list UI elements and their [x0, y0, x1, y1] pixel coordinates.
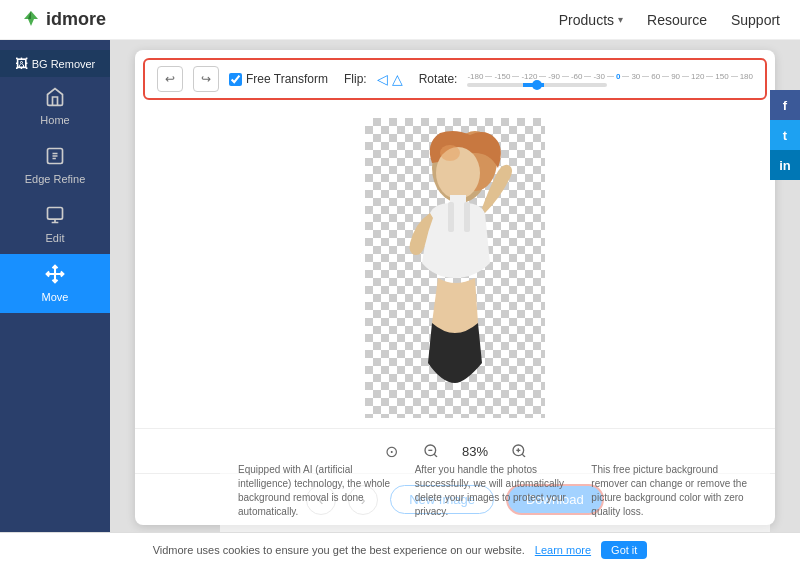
zoom-level: 83% — [457, 444, 493, 459]
resource-label: Resource — [647, 12, 707, 28]
nav: Products ▾ Resource Support — [559, 12, 780, 28]
reset-zoom-button[interactable]: ⊙ — [377, 437, 405, 465]
toolbar: ↩ ↪ Free Transform Flip: ◁ △ Rotate: -18… — [143, 58, 767, 100]
home-icon — [45, 87, 65, 110]
action-bar: ‹ › New Image Download — [135, 473, 775, 525]
nav-support[interactable]: Support — [731, 12, 780, 28]
svg-line-10 — [434, 454, 437, 457]
rotate-scale-labels: -180 -150 -120 -90 -60 -30 0 — [467, 72, 753, 81]
sidebar: 🖼 BG Remover Home Edge Refine Edit Mo — [0, 40, 110, 567]
app-title-text: BG Remover — [32, 58, 96, 70]
rotate-scale-container: -180 -150 -120 -90 -60 -30 0 — [467, 72, 753, 87]
sidebar-item-move[interactable]: Move — [0, 254, 110, 313]
flip-icons-group: ◁ △ — [377, 71, 403, 87]
model-figure — [370, 123, 540, 413]
social-sidebar: f t in — [770, 90, 800, 180]
edge-refine-icon — [45, 146, 65, 169]
free-transform-checkbox[interactable] — [229, 73, 242, 86]
cookie-learn-more[interactable]: Learn more — [535, 544, 591, 556]
logo-text: idmore — [46, 9, 106, 30]
move-icon — [45, 264, 65, 287]
linkedin-button[interactable]: in — [770, 150, 800, 180]
canvas-area — [135, 108, 775, 428]
sidebar-item-edge-refine[interactable]: Edge Refine — [0, 136, 110, 195]
support-label: Support — [731, 12, 780, 28]
free-transform-group: Free Transform — [229, 72, 328, 86]
rotate-label: Rotate: — [419, 72, 458, 86]
rotate-thumb[interactable] — [532, 80, 542, 90]
sidebar-item-edit[interactable]: Edit — [0, 195, 110, 254]
nav-resource[interactable]: Resource — [647, 12, 707, 28]
edit-icon — [45, 205, 65, 228]
nav-products[interactable]: Products ▾ — [559, 12, 623, 28]
rotate-track[interactable] — [467, 83, 607, 87]
free-transform-label[interactable]: Free Transform — [246, 72, 328, 86]
app-title: 🖼 BG Remover — [0, 50, 110, 77]
logo: idmore — [20, 9, 106, 31]
svg-point-8 — [440, 145, 460, 161]
flip-label: Flip: — [344, 72, 367, 86]
cookie-accept-button[interactable]: Got it — [601, 541, 647, 559]
header: idmore Products ▾ Resource Support — [0, 0, 800, 40]
undo-button[interactable]: ↩ — [157, 66, 183, 92]
image-frame — [365, 118, 545, 418]
zoom-in-button[interactable] — [505, 437, 533, 465]
svg-rect-7 — [464, 202, 470, 232]
flip-vertical-icon[interactable]: △ — [392, 71, 403, 87]
facebook-button[interactable]: f — [770, 90, 800, 120]
sidebar-item-home[interactable]: Home — [0, 77, 110, 136]
move-label: Move — [42, 291, 69, 303]
zoom-out-button[interactable] — [417, 437, 445, 465]
editor-card: ↩ ↪ Free Transform Flip: ◁ △ Rotate: -18… — [135, 50, 775, 525]
svg-line-13 — [522, 454, 525, 457]
zoom-controls: ⊙ 83% — [135, 428, 775, 473]
logo-icon — [20, 9, 42, 31]
edit-label: Edit — [46, 232, 65, 244]
cookie-banner: Vidmore uses cookies to ensure you get t… — [0, 532, 800, 567]
twitter-button[interactable]: t — [770, 120, 800, 150]
edge-refine-label: Edge Refine — [25, 173, 86, 185]
chevron-down-icon: ▾ — [618, 14, 623, 25]
new-image-button[interactable]: New Image — [390, 485, 494, 514]
home-label: Home — [40, 114, 69, 126]
flip-horizontal-icon[interactable]: ◁ — [377, 71, 388, 87]
main-area: 🖼 BG Remover Home Edge Refine Edit Mo — [0, 40, 800, 567]
cookie-message: Vidmore uses cookies to ensure you get t… — [153, 544, 525, 556]
next-button[interactable]: › — [348, 485, 378, 515]
download-button[interactable]: Download — [506, 484, 604, 515]
prev-button[interactable]: ‹ — [306, 485, 336, 515]
editor-area: ↩ ↪ Free Transform Flip: ◁ △ Rotate: -18… — [110, 40, 800, 567]
svg-rect-6 — [448, 202, 454, 232]
products-label: Products — [559, 12, 614, 28]
redo-button[interactable]: ↪ — [193, 66, 219, 92]
svg-rect-1 — [48, 208, 63, 220]
